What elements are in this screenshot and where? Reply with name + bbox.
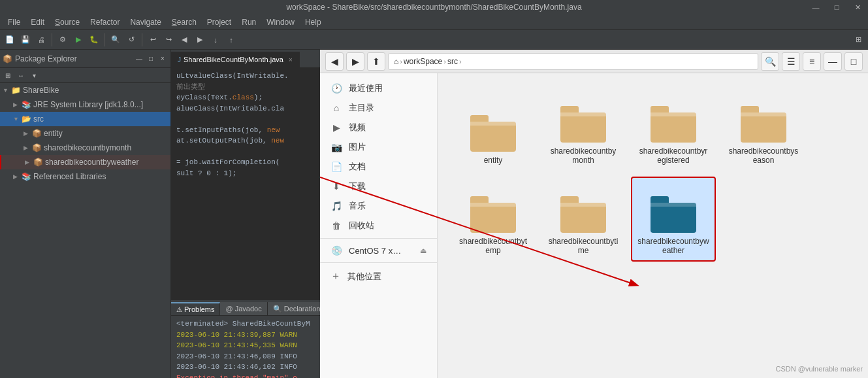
tree-arrow-byweather: ▶ [25, 159, 33, 165]
toolbar-search[interactable]: 🔍 [108, 33, 123, 47]
minimize-panel-button[interactable]: — [134, 54, 144, 64]
nav-bar: ◀ ▶ ⬆ ⌂ › workSpace › src › 🔍 ☰ ≡ — □ [320, 50, 868, 73]
tab-javadoc[interactable]: @ Javadoc [220, 302, 267, 315]
tree-item-sharebike[interactable]: ▼ 📁 ShareBike [0, 83, 170, 97]
downloads-icon: ⬇ [330, 181, 342, 192]
maximize-panel-button[interactable]: □ [146, 54, 156, 64]
minimize-fm-button[interactable]: — [824, 52, 842, 71]
view-menu-button[interactable]: ▾ [29, 70, 39, 80]
toolbar-save[interactable]: 💾 [18, 33, 33, 47]
sidebar-trash[interactable]: 🗑 回收站 [320, 216, 437, 235]
package-explorer-icon: 📦 [3, 54, 12, 63]
toolbar-print[interactable]: 🖨 [34, 33, 48, 47]
sidebar-docs-label: 文档 [349, 161, 366, 173]
toolbar-back[interactable]: ◀ [177, 33, 191, 47]
sidebar-documents[interactable]: 📄 文档 [320, 157, 437, 177]
tree-item-reflibs[interactable]: ▶ 📚 Referenced Libraries [0, 169, 170, 184]
breadcrumb-home[interactable]: ⌂ [394, 57, 398, 66]
close-button[interactable]: ✕ [847, 0, 868, 14]
toolbar-debug[interactable]: 🐛 [87, 33, 101, 47]
tree-item-jre[interactable]: ▶ 📚 JRE System Library [jdk1.8.0...] [0, 97, 170, 112]
menu-project[interactable]: Project [202, 16, 236, 28]
editor-tab-main[interactable]: J SharedBikeCountByMonth.java × [171, 52, 300, 67]
toolbar-forward[interactable]: ▶ [193, 33, 207, 47]
tree-arrow-jre: ▶ [13, 101, 21, 108]
project-icon: 📁 [10, 85, 21, 95]
folder-byweather-icon [651, 196, 696, 233]
eject-icon[interactable]: ⏏ [420, 247, 426, 255]
close-panel-button[interactable]: × [157, 54, 168, 64]
more-options-button[interactable]: ≡ [803, 52, 821, 71]
sidebar-music[interactable]: 🎵 音乐 [320, 196, 437, 216]
toolbar-new[interactable]: 📄 [3, 33, 17, 47]
left-panel: 📦 Package Explorer — □ × ⊞ ↔ ▾ ▼ 📁 Share… [0, 50, 171, 378]
folder-byweather[interactable]: sharedbikecountbyweather [631, 177, 716, 262]
folder-byregistered-label: sharedbikecountbyregistered [637, 146, 709, 165]
breadcrumb-bar: ⌂ › workSpace › src › [388, 53, 758, 70]
menu-refactor[interactable]: Refactor [85, 16, 125, 28]
tab-declaration[interactable]: 🔍 Declaration [268, 302, 327, 315]
folder-byregistered-icon [651, 106, 696, 143]
folder-bymonth-label: sharedbikecountbymonth [547, 146, 619, 165]
menu-run[interactable]: Run [236, 16, 261, 28]
maximize-button[interactable]: □ [826, 0, 847, 14]
nav-actions: 🔍 ☰ ≡ — □ [761, 52, 863, 71]
breadcrumb-workspace[interactable]: workSpace [404, 57, 442, 66]
sidebar-centos[interactable]: 💿 CentOS 7 x… ⏏ [320, 241, 437, 260]
sidebar-videos[interactable]: ▶ 视频 [320, 118, 437, 137]
collapse-all-button[interactable]: ⊞ [3, 70, 13, 80]
toolbar-undo[interactable]: ↩ [146, 33, 160, 47]
nav-forward-button[interactable]: ▶ [346, 52, 364, 71]
folder-bytime[interactable]: sharedbikecountbytime [541, 177, 626, 262]
fm-content: 🕐 最近使用 ⌂ 主目录 ▶ 视频 📷 图片 📄 文档 [320, 73, 868, 378]
watermark: CSDN @vulnerable marker [776, 365, 863, 373]
sidebar-recent-label: 最近使用 [349, 82, 383, 94]
tab-problems[interactable]: ⚠ Problems [171, 302, 220, 315]
titlebar-controls: — □ ✕ [805, 0, 868, 14]
minimize-button[interactable]: — [805, 0, 826, 14]
close-fm-button[interactable]: □ [844, 52, 863, 71]
toolbar-redo[interactable]: ↪ [161, 33, 176, 47]
toolbar-refresh[interactable]: ↺ [124, 33, 138, 47]
tree-item-src[interactable]: ▼ 📂 src [0, 112, 170, 126]
folder-bytemp[interactable]: sharedbikecountbytemp [451, 177, 536, 262]
package-explorer-label: Package Explorer [15, 54, 77, 63]
menu-window[interactable]: Window [261, 16, 300, 28]
nav-back-button[interactable]: ◀ [325, 52, 344, 71]
tree-item-entity[interactable]: ▶ 📦 entity [0, 126, 170, 141]
tab-icon: ⚠ [176, 306, 182, 313]
folder-byregistered[interactable]: sharedbikecountbyregistered [631, 86, 716, 171]
file-grid-area: entity sharedbikecountbymonth [438, 73, 868, 378]
menu-edit[interactable]: Edit [25, 16, 50, 28]
sidebar-home[interactable]: ⌂ 主目录 [320, 98, 437, 118]
link-editor-button[interactable]: ↔ [16, 70, 26, 80]
folder-byweather-label: sharedbikecountbyweather [637, 237, 709, 255]
fm-sidebar: 🕐 最近使用 ⌂ 主目录 ▶ 视频 📷 图片 📄 文档 [320, 73, 438, 378]
toolbar-run[interactable]: ▶ [71, 33, 86, 47]
src-icon: 📂 [21, 114, 31, 124]
folder-byseason[interactable]: sharedbikecountbyseason [721, 86, 806, 171]
sidebar-downloads[interactable]: ⬇ 下载 [320, 177, 437, 196]
folder-bymonth[interactable]: sharedbikecountbymonth [541, 86, 626, 171]
menu-source[interactable]: Source [50, 16, 85, 28]
sidebar-other[interactable]: ＋ 其他位置 [320, 266, 437, 287]
menu-search[interactable]: Search [167, 16, 202, 28]
bymonth-icon: 📦 [31, 143, 42, 153]
tree-item-bymonth[interactable]: ▶ 📦 sharedbikecountbymonth [0, 141, 170, 155]
menu-navigate[interactable]: Navigate [125, 16, 166, 28]
sidebar-pictures[interactable]: 📷 图片 [320, 137, 437, 157]
menu-file[interactable]: File [3, 16, 25, 28]
toolbar-perspectives[interactable]: ⊞ [851, 33, 865, 47]
tree-item-byweather[interactable]: ▶ 📦 sharedbikecountbyweather [0, 155, 170, 169]
toolbar-build[interactable]: ⚙ [56, 33, 70, 47]
view-options-button[interactable]: ☰ [782, 52, 800, 71]
toolbar-prev-edit[interactable]: ↑ [224, 33, 238, 47]
folder-entity[interactable]: entity [451, 86, 536, 171]
toolbar-next-edit[interactable]: ↓ [208, 33, 223, 47]
nav-up-button[interactable]: ⬆ [367, 52, 385, 71]
tab-close-icon[interactable]: × [289, 56, 293, 63]
sidebar-recent[interactable]: 🕐 最近使用 [320, 78, 437, 98]
menu-help[interactable]: Help [300, 16, 327, 28]
breadcrumb-src[interactable]: src [447, 57, 458, 66]
search-button[interactable]: 🔍 [761, 52, 779, 71]
